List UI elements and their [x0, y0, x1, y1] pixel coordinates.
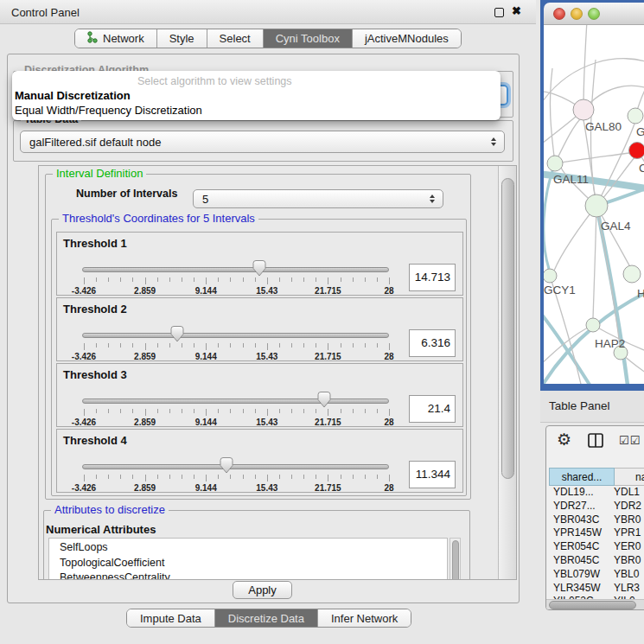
gear-icon[interactable]: ⚙: [557, 430, 571, 450]
network-node[interactable]: [586, 318, 600, 332]
threshold-value-field[interactable]: 11.344: [409, 461, 456, 488]
network-node[interactable]: [628, 108, 643, 124]
slider-tick: [96, 409, 97, 413]
slider-tick: [194, 343, 194, 348]
network-canvas[interactable]: GAL80GACGAL11GAL4GCY1HHAP2: [544, 25, 644, 384]
close-icon[interactable]: ✖: [512, 4, 521, 17]
control-panel-tabs: Network Style Select Cyni Toolbox jActiv…: [74, 29, 462, 48]
close-traffic-light[interactable]: [553, 8, 565, 20]
table-scrollbar-thumb[interactable]: [549, 601, 636, 609]
slider-tick-label: 9.144: [180, 483, 232, 493]
table-row[interactable]: YBR043CYBR0: [546, 513, 644, 527]
slider-tick-label: -3.426: [58, 483, 110, 493]
tab-jactivemnodules[interactable]: jActiveMNodules: [352, 29, 461, 48]
control-panel-title: Control Panel: [11, 6, 80, 19]
tab-infer-network[interactable]: Infer Network: [317, 609, 411, 627]
threshold-value-field[interactable]: 14.713: [409, 264, 456, 291]
slider-tick: [132, 409, 133, 413]
threshold-value-field[interactable]: 21.4: [409, 395, 456, 423]
threshold-slider-track[interactable]: [82, 464, 389, 469]
network-node[interactable]: [585, 194, 608, 217]
network-node[interactable]: [623, 265, 641, 283]
network-edge[interactable]: [550, 68, 555, 163]
attributes-list-scrollbar[interactable]: [450, 538, 461, 580]
threshold-panel-3: Threshold 3-3.4262.8599.14415.4321.71528…: [56, 363, 463, 427]
threshold-value-field[interactable]: 6.316: [409, 329, 456, 357]
apply-button[interactable]: Apply: [233, 581, 292, 599]
slider-tick: [243, 475, 244, 479]
network-node[interactable]: [544, 269, 557, 283]
threshold-panel-2: Threshold 2-3.4262.8599.14415.4321.71528…: [56, 297, 463, 361]
settings-scrollbar[interactable]: [498, 166, 516, 579]
table-horizontal-scrollbar[interactable]: [546, 599, 644, 609]
slider-tick: [169, 409, 170, 413]
algorithm-option-manual[interactable]: Manual Discretization: [15, 89, 131, 102]
slider-tick-label: 9.144: [180, 418, 232, 427]
table-data-combobox[interactable]: galFiltered.sif default node: [20, 131, 505, 153]
slider-tick: [206, 409, 207, 416]
settings-scrollbar-thumb[interactable]: [501, 178, 514, 479]
tab-discretize-data[interactable]: Discretize Data: [214, 609, 317, 627]
attribute-list-item[interactable]: TopologicalCoefficient: [49, 556, 447, 571]
network-node[interactable]: [573, 99, 594, 120]
table-row[interactable]: YDR27...YDR2: [546, 500, 644, 513]
tab-style[interactable]: Style: [156, 29, 207, 48]
network-node[interactable]: [629, 143, 644, 159]
numerical-attributes-list[interactable]: SelfLoopsTopologicalCoefficientBetweenne…: [48, 538, 448, 580]
column-header-name[interactable]: na: [615, 468, 644, 486]
table-row[interactable]: YBR045CYBR0: [546, 554, 644, 568]
tab-network[interactable]: Network: [75, 29, 156, 48]
slider-tick-label: 28: [363, 352, 415, 361]
threshold-slider-track[interactable]: [82, 333, 389, 338]
column-layout-icon[interactable]: [588, 433, 603, 451]
checkbox-icons[interactable]: ☑☑: [619, 434, 641, 447]
slider-tick: [377, 277, 378, 282]
table-row[interactable]: YLR345WYLR3: [546, 582, 644, 596]
slider-tick: [389, 277, 390, 284]
combo-stepper-icon: [491, 137, 496, 146]
slider-tick: [328, 277, 328, 284]
network-edge[interactable]: [544, 325, 593, 367]
threshold-slider-thumb[interactable]: [170, 326, 184, 342]
threshold-slider-thumb[interactable]: [317, 392, 331, 408]
slider-tick: [279, 277, 280, 282]
tab-cyni-toolbox[interactable]: Cyni Toolbox: [263, 29, 352, 48]
slider-tick: [169, 475, 170, 479]
attributes-scrollbar-thumb[interactable]: [452, 540, 459, 580]
threshold-slider-track[interactable]: [82, 267, 389, 272]
threshold-slider-thumb[interactable]: [220, 457, 233, 474]
tab-impute-data[interactable]: Impute Data: [127, 609, 214, 627]
network-edge[interactable]: [593, 206, 596, 318]
network-tab-icon: [87, 31, 98, 46]
tab-select[interactable]: Select: [207, 29, 263, 48]
column-header-shared-name[interactable]: shared...: [549, 468, 615, 486]
attribute-list-item[interactable]: BetweennessCentrality: [49, 571, 447, 580]
number-of-intervals-label: Number of Intervals: [76, 188, 177, 200]
algorithm-option-equal-width[interactable]: Equal Width/Frequency Discretization: [15, 104, 202, 117]
slider-tick: [243, 409, 244, 413]
threshold-slider-thumb[interactable]: [252, 260, 266, 277]
attribute-list-item[interactable]: SelfLoops: [49, 540, 447, 556]
algorithm-dropdown-popup: Select algorithm to view settings Manual…: [12, 71, 501, 120]
network-node[interactable]: [547, 156, 563, 171]
slider-tick-label: 2.859: [119, 483, 171, 493]
cell-shared-name: YDL19...: [553, 486, 594, 498]
slider-tick: [377, 409, 378, 413]
slider-tick-label: 2.859: [119, 418, 171, 427]
float-window-icon[interactable]: [494, 8, 504, 17]
zoom-traffic-light[interactable]: [588, 8, 600, 20]
table-row[interactable]: YBL079WYBL0: [546, 568, 644, 582]
slider-tick-label: 2.859: [119, 286, 171, 296]
slider-tick-label: 28: [363, 418, 415, 427]
threshold-slider-track[interactable]: [82, 399, 389, 404]
number-of-intervals-combobox[interactable]: 5: [193, 189, 443, 208]
table-row[interactable]: YPR145WYPR1: [546, 526, 644, 540]
minimize-traffic-light[interactable]: [571, 8, 583, 20]
slider-tick: [243, 343, 244, 348]
cell-shared-name: YER054C: [553, 540, 599, 552]
slider-tick: [267, 409, 268, 416]
table-row[interactable]: YDL19...YDL1: [546, 486, 644, 500]
table-row[interactable]: YER054CYER0: [546, 540, 644, 554]
network-edge[interactable]: [555, 152, 634, 163]
slider-tick: [267, 343, 268, 350]
